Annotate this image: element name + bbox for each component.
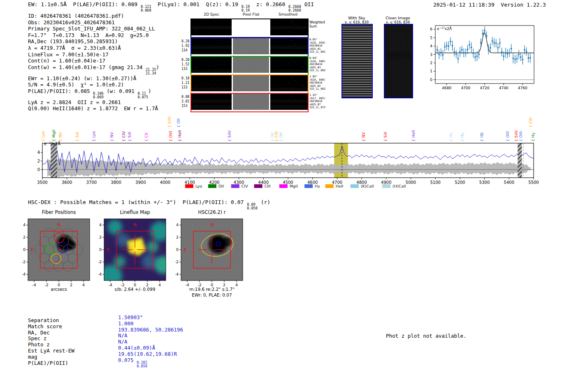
- photz-unavailable-note: Phot z plot not available.: [386, 333, 467, 339]
- svg-text:4900: 4900: [381, 180, 391, 185]
- fiber-positions-panel: N E -4-4-2-2002244: [22, 216, 95, 289]
- spec2d-row-annotation: 1.55"(617, 665)20230416v025_07322_LL_072: [309, 94, 329, 109]
- svg-text:4: 4: [430, 44, 432, 48]
- detection-info-block: ID: 4026478361 (4026478361.pdf)Obs: 2023…: [28, 13, 159, 112]
- smoothed-image: [270, 75, 308, 93]
- svg-text:4200: 4200: [209, 180, 219, 185]
- inset-y-ticks: 0123456: [430, 27, 435, 82]
- spec2d-image: [191, 75, 232, 93]
- svg-text:3800: 3800: [111, 180, 121, 185]
- weighted-sum-label: WeightedSum: [309, 21, 325, 28]
- match-row-label: RA, Dec: [28, 330, 74, 336]
- match-row-value: N/A: [118, 333, 183, 339]
- svg-text:5400: 5400: [504, 180, 514, 185]
- info-line: ID: 4026478361 (4026478361.pdf): [28, 13, 159, 19]
- match-row-value: 0.075 0.1020.058: [118, 357, 183, 368]
- compass-north-label: N: [210, 223, 213, 227]
- line-label: { SiIV: [227, 130, 232, 141]
- spectrum-y-ticks: 024: [37, 150, 42, 172]
- svg-text:1: 1: [430, 69, 432, 73]
- uncertainty-range: 0.110.075: [137, 92, 148, 99]
- svg-text:4720: 4720: [480, 86, 490, 90]
- compass-north-label: N: [57, 223, 60, 227]
- hsc-image-panel: N E -4-4-2-2002244: [175, 216, 249, 289]
- legend-label: MgII: [290, 184, 298, 188]
- svg-text:2: 2: [23, 235, 26, 239]
- elixer-report-page: { "header": { "stats_line": "EW: 1.1±0.5…: [0, 0, 576, 392]
- line-label: { Hγ: [531, 132, 535, 141]
- line-label: { SiII: [127, 132, 132, 141]
- line-label: { OIII: [518, 131, 523, 141]
- smoothed-image: [270, 19, 308, 37]
- uncertainty-range: 0.1020.058: [137, 361, 147, 368]
- masked-region: [51, 143, 57, 178]
- pixelflat-image: [233, 75, 269, 93]
- svg-text:4100: 4100: [184, 180, 195, 185]
- legend-swatch: [208, 184, 216, 188]
- line-label: { HeII: [411, 130, 416, 141]
- svg-text:2: 2: [37, 159, 40, 163]
- uncertainty-range: 21.3521.34: [146, 68, 156, 75]
- legend-swatch: [231, 184, 239, 188]
- line-label: { NV: [109, 132, 114, 141]
- svg-text:-4: -4: [98, 272, 102, 276]
- svg-text:0: 0: [99, 247, 102, 252]
- line-label: { NV: [58, 132, 63, 141]
- spec2d-image: [191, 94, 232, 111]
- match-row-value: 193.839686, 50.286196: [118, 327, 183, 333]
- pixelflat-image: [233, 19, 269, 37]
- match-row-label: P(LAE)/P(OII): [28, 360, 74, 366]
- line-label: { SiIV: [167, 116, 172, 128]
- svg-text:2: 2: [99, 235, 102, 239]
- line-label: { Lyα: [41, 131, 45, 141]
- match-row-label: Photo z: [28, 342, 74, 348]
- svg-text:-4: -4: [22, 272, 26, 276]
- spec2d-row-stats: 0.281.92134: [181, 39, 190, 53]
- svg-text:-2: -2: [98, 260, 102, 264]
- withsky-image: [342, 25, 372, 97]
- line-label: { OIII: [505, 131, 510, 141]
- svg-text:4740: 4740: [499, 86, 509, 90]
- legend-label: HeII: [336, 184, 344, 188]
- match-row-label: Est LyA rest-EW: [28, 348, 74, 354]
- exposure-row-2: [190, 56, 309, 75]
- line-label: { Lyα: [91, 131, 96, 141]
- pixelflat-image: [233, 94, 269, 111]
- line-label: { HeII: [177, 130, 182, 141]
- svg-text:4: 4: [37, 150, 40, 155]
- line-label: { OII: [279, 132, 283, 141]
- line-label: { CIII: [528, 118, 533, 128]
- weighted-sum-row: [190, 19, 309, 38]
- uncertainty-range: 0.26600.2660: [288, 5, 301, 12]
- lineflux-map-panel: N E -4-4-2-2002244: [98, 216, 172, 289]
- svg-text:3900: 3900: [135, 180, 146, 185]
- spec2d-row-annotation: 0.94"(616, 848)20230416v025_03322_LL_092: [309, 57, 329, 72]
- spec2d-row-stats: 0.181.21133: [181, 76, 190, 90]
- match-row-label: Spec z: [28, 336, 74, 342]
- svg-text:2: 2: [176, 235, 179, 239]
- legend-label: Hγ: [315, 184, 320, 188]
- match-table-labels: SeparationMatch scoreRA, DecSpec zPhoto …: [28, 318, 74, 366]
- info-line: Cont(n) = 1.60(±0.04)e-17: [28, 58, 159, 64]
- error-band: [47, 158, 531, 178]
- line-fit-inset: 468047004720474047600123456e−17x2Å: [425, 20, 538, 96]
- line-label: { SiII: [383, 132, 388, 141]
- legend-label: CIII: [265, 184, 271, 188]
- svg-text:4: 4: [176, 223, 179, 227]
- svg-text:5100: 5100: [430, 180, 440, 185]
- line-label: { NV: [361, 132, 366, 141]
- spectrum-x-ticks: 3500360037003800390040004100420043004400…: [37, 178, 539, 185]
- svg-text:5200: 5200: [455, 180, 465, 185]
- legend-label: (H)CaII: [393, 184, 406, 188]
- match-table-values: 1.50903"1.000193.839686, 50.286196N/AN/A…: [118, 315, 183, 368]
- masked-region: [518, 143, 522, 178]
- svg-text:4760: 4760: [518, 86, 527, 90]
- svg-text:5000: 5000: [406, 180, 416, 185]
- hsc-title: HSC(26.2) r: [181, 209, 243, 215]
- spec2d-image: [191, 57, 232, 74]
- line-label: { SiII: [75, 132, 79, 141]
- smoothed-image: [270, 38, 308, 56]
- spec2d-title-smoothed: Smoothed: [267, 12, 309, 16]
- legend-label: CIV: [242, 184, 248, 188]
- timestamp-version: 2025-01-12 11:18:39 Version 1.22.3: [433, 2, 546, 8]
